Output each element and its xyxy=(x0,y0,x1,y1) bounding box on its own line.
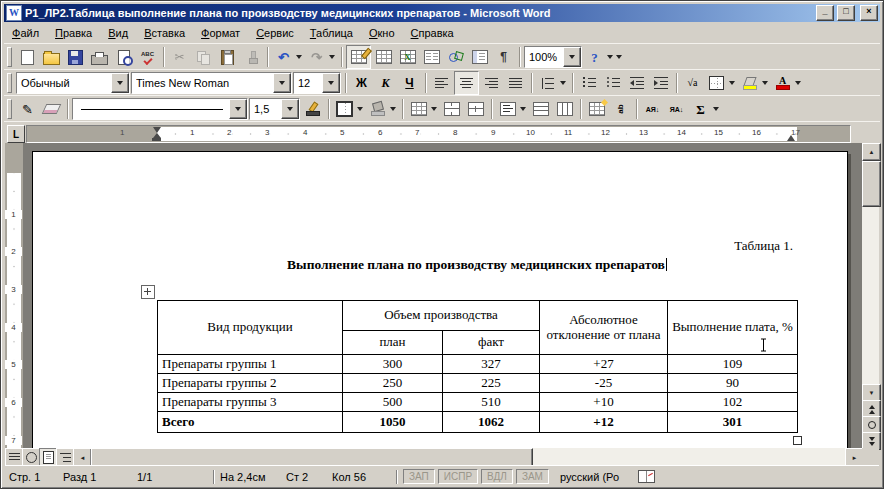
border-color-button[interactable] xyxy=(301,98,324,120)
open-button[interactable] xyxy=(40,46,63,68)
status-extend-selection[interactable]: ВДЛ xyxy=(481,469,513,484)
zoom-combobox[interactable]: 100% xyxy=(524,46,582,68)
align-center-button[interactable] xyxy=(454,71,479,95)
bold-button[interactable]: Ж xyxy=(350,72,373,94)
vertical-scrollbar[interactable]: ▲ ▼ xyxy=(862,143,879,448)
tab-type-selector[interactable]: L xyxy=(7,125,25,143)
menu-file[interactable]: Файл xyxy=(4,24,47,42)
zoom-dropdown-arrow[interactable] xyxy=(563,47,581,67)
menu-table[interactable]: Таблица xyxy=(302,24,361,42)
header-product[interactable]: Вид продукции xyxy=(158,301,343,355)
undo-button[interactable]: ↶ xyxy=(272,46,295,68)
equation-button[interactable]: √a xyxy=(681,72,704,94)
cell[interactable]: 500 xyxy=(343,393,443,412)
cell[interactable]: 225 xyxy=(443,374,540,393)
menu-tools[interactable]: Сервис xyxy=(248,24,302,42)
cell[interactable]: 510 xyxy=(443,393,540,412)
line-style-dropdown-arrow[interactable] xyxy=(229,99,247,119)
document-title[interactable]: Выполнение плана по производству медицин… xyxy=(157,257,797,273)
split-cells-button[interactable] xyxy=(464,98,487,120)
cut-button[interactable]: ✂ xyxy=(168,46,191,68)
shading-color-button[interactable] xyxy=(366,98,389,120)
status-track-changes[interactable]: ИСПР xyxy=(438,469,478,484)
horizontal-ruler[interactable]: 1 1 2 3 4 5 6 7 8 9 10 11 12 13 14 15 16… xyxy=(26,125,851,143)
font-dropdown-arrow[interactable] xyxy=(273,73,291,93)
underline-button[interactable]: Ч xyxy=(398,72,421,94)
borders-button[interactable] xyxy=(705,72,728,94)
save-button[interactable] xyxy=(64,46,87,68)
shading-dropdown-arrow[interactable] xyxy=(388,98,398,120)
print-preview-button[interactable] xyxy=(112,46,135,68)
align-justify-button[interactable] xyxy=(504,72,527,94)
toolbar-grip[interactable] xyxy=(7,99,12,119)
toolbar-options-button[interactable] xyxy=(614,46,624,68)
increase-indent-button[interactable] xyxy=(649,72,672,94)
cell[interactable]: +10 xyxy=(540,393,668,412)
help-button[interactable]: ? xyxy=(583,46,606,68)
new-document-button[interactable] xyxy=(16,46,39,68)
document-page[interactable]: Таблица 1. Выполнение плана по производс… xyxy=(32,151,848,448)
eraser-button[interactable] xyxy=(40,98,63,120)
font-size-dropdown-arrow[interactable] xyxy=(322,73,340,93)
cell[interactable]: -25 xyxy=(540,374,668,393)
font-combobox[interactable]: Times New Roman xyxy=(131,72,292,94)
maximize-button[interactable]: □ xyxy=(837,5,855,21)
redo-dropdown-arrow[interactable] xyxy=(327,46,337,68)
columns-button[interactable] xyxy=(420,46,443,68)
status-record-macro[interactable]: ЗАП xyxy=(403,469,435,484)
cell[interactable]: +12 xyxy=(540,412,668,433)
cell[interactable]: Препараты группы 3 xyxy=(158,393,343,412)
close-button[interactable]: × xyxy=(860,5,878,21)
cell[interactable]: 1062 xyxy=(443,412,540,433)
outside-border-button[interactable] xyxy=(333,98,356,120)
text-direction-button[interactable]: ab xyxy=(609,98,632,120)
draw-table-button[interactable]: ✎ xyxy=(16,98,39,120)
spelling-button[interactable]: ABC xyxy=(136,46,159,68)
minimize-button[interactable]: _ xyxy=(816,5,834,21)
outside-border-dropdown-arrow[interactable] xyxy=(355,98,365,120)
cell-alignment-dropdown-arrow[interactable] xyxy=(518,98,528,120)
cell[interactable]: Препараты группы 1 xyxy=(158,355,343,374)
cell[interactable]: +27 xyxy=(540,355,668,374)
copy-button[interactable] xyxy=(192,46,215,68)
cell[interactable]: 102 xyxy=(668,393,798,412)
menu-view[interactable]: Вид xyxy=(100,24,136,42)
style-combobox[interactable]: Обычный xyxy=(16,72,130,94)
cell[interactable]: 250 xyxy=(343,374,443,393)
menu-window[interactable]: Окно xyxy=(361,24,403,42)
line-spacing-button[interactable] xyxy=(536,72,559,94)
cell[interactable]: 301 xyxy=(668,412,798,433)
print-button[interactable] xyxy=(88,46,111,68)
undo-dropdown-arrow[interactable] xyxy=(294,46,304,68)
sort-descending-button[interactable]: ЯА↓ xyxy=(665,98,688,120)
document-map-button[interactable] xyxy=(468,46,491,68)
cell[interactable]: 327 xyxy=(443,355,540,374)
insert-excel-table-button[interactable]: X xyxy=(396,46,419,68)
menu-edit[interactable]: Правка xyxy=(47,24,100,42)
line-style-combobox[interactable] xyxy=(72,98,248,120)
font-color-dropdown-arrow[interactable] xyxy=(793,72,803,94)
insert-table-dropdown-arrow[interactable] xyxy=(429,98,439,120)
toolbar-grip[interactable] xyxy=(7,47,12,67)
sort-ascending-button[interactable]: АЯ↓ xyxy=(641,98,664,120)
paste-button[interactable] xyxy=(216,46,239,68)
line-spacing-dropdown-arrow[interactable] xyxy=(558,72,568,94)
bulleted-list-button[interactable] xyxy=(601,72,624,94)
autosum-dropdown-arrow[interactable] xyxy=(711,98,721,120)
insert-table-menu-button[interactable] xyxy=(407,98,430,120)
cell[interactable]: 109 xyxy=(668,355,798,374)
header-deviation[interactable]: Абсолютное отклонение от плана xyxy=(540,301,668,355)
align-right-button[interactable] xyxy=(480,72,503,94)
table-autoformat-button[interactable] xyxy=(585,98,608,120)
merge-cells-button[interactable] xyxy=(440,98,463,120)
toolbar-grip[interactable] xyxy=(7,73,12,93)
table-caption[interactable]: Таблица 1. xyxy=(734,238,793,254)
horizontal-scrollbar[interactable]: ◄ ► xyxy=(5,448,864,465)
format-painter-button[interactable] xyxy=(240,46,263,68)
font-size-combobox[interactable]: 12 xyxy=(293,72,341,94)
autosum-button[interactable]: Σ xyxy=(689,98,712,120)
header-completion[interactable]: Выполнение плата, % xyxy=(668,301,798,355)
cell-alignment-button[interactable] xyxy=(496,98,519,120)
cell[interactable]: 300 xyxy=(343,355,443,374)
align-left-button[interactable] xyxy=(430,72,453,94)
